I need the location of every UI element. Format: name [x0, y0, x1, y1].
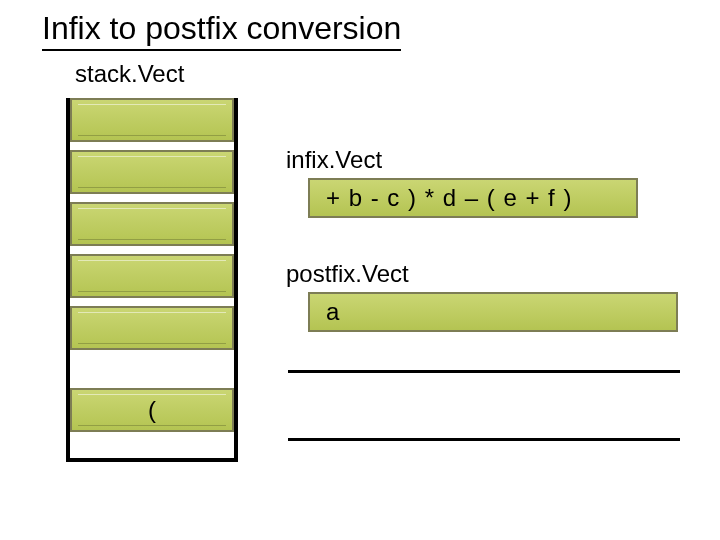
stack-slot [70, 202, 234, 246]
stack-slot [70, 98, 234, 142]
postfix-value: a [326, 298, 340, 326]
stack-border-bottom [66, 458, 238, 462]
stack-border-right [234, 98, 238, 458]
postfix-label: postfix.Vect [286, 260, 409, 288]
stack-slot [70, 150, 234, 194]
postfix-vect-box: a [308, 292, 678, 332]
infix-value: + b - c ) * d – ( e + f ) [326, 184, 572, 212]
stack-slot: ( [70, 388, 234, 432]
infix-label: infix.Vect [286, 146, 382, 174]
stack-gap [70, 358, 234, 380]
infix-vect-box: + b - c ) * d – ( e + f ) [308, 178, 638, 218]
stack-column: ( [70, 98, 234, 440]
stack-label: stack.Vect [75, 60, 184, 88]
divider-line [288, 438, 680, 441]
page-title: Infix to postfix conversion [42, 10, 401, 51]
stack-slot [70, 306, 234, 350]
divider-line [288, 370, 680, 373]
stack-slot [70, 254, 234, 298]
stack-slot-text: ( [148, 396, 156, 424]
